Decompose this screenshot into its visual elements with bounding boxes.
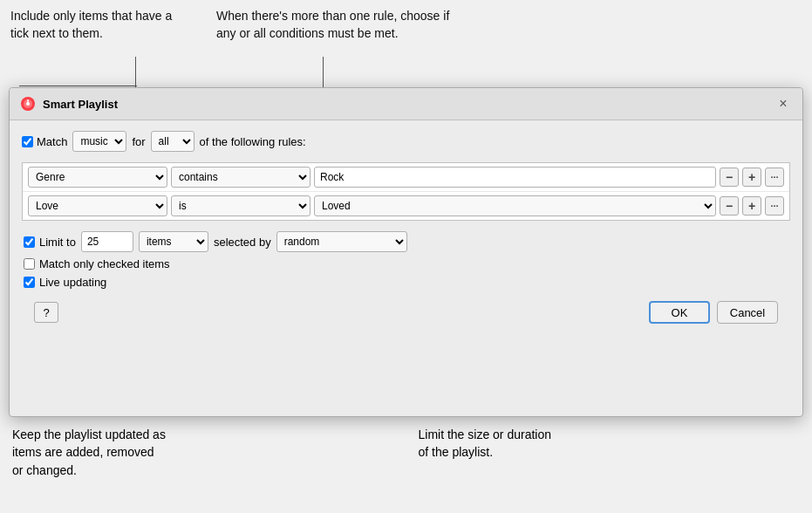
rule-row: Genre Love Artist contains is is not − +… (23, 163, 789, 192)
live-updating-checkbox[interactable] (24, 277, 35, 288)
rule2-more-button[interactable]: ··· (765, 196, 784, 215)
match-checkbox-label[interactable]: Match (22, 135, 67, 148)
rule2-field-select[interactable]: Love Genre Artist (28, 195, 167, 216)
dialog-body: Match music for all any of the following… (10, 120, 802, 341)
help-button[interactable]: ? (34, 302, 58, 323)
rule2-add-button[interactable]: + (742, 196, 761, 215)
dialog-footer: ? OK Cancel (22, 294, 790, 331)
top-left-annotation: Include only items that have a tick next… (10, 7, 185, 43)
match-checkbox[interactable] (22, 136, 33, 147)
rule2-remove-button[interactable]: − (720, 196, 739, 215)
match-checked-row: Match only checked items (24, 257, 788, 270)
for-label: for (132, 135, 145, 148)
live-updating-text: Live updating (39, 276, 106, 289)
smart-playlist-dialog: Smart Playlist × Match music for all any… (9, 87, 803, 417)
match-label: Match (37, 135, 67, 148)
callout-line-top-right (323, 57, 324, 87)
limit-checkbox-label[interactable]: Limit to (24, 236, 76, 249)
dialog-titlebar: Smart Playlist × (10, 88, 802, 120)
match-checked-checkbox[interactable] (24, 258, 35, 270)
ok-button[interactable]: OK (649, 301, 710, 324)
itunes-icon (20, 96, 36, 112)
options-section: Limit to items minutes hours MB GB selec… (22, 231, 790, 289)
bottom-right-annotation: Limit the size or durationof the playlis… (406, 419, 813, 513)
selected-by-select[interactable]: random name most recently played least r… (276, 231, 407, 252)
rule2-value-select[interactable]: Loved Not Loved (314, 195, 716, 216)
match-row: Match music for all any of the following… (22, 131, 790, 152)
callout-hline-top-left (19, 86, 137, 86)
selected-by-label: selected by (214, 236, 271, 249)
rule1-more-button[interactable]: ··· (765, 168, 784, 187)
match-type-select[interactable]: music (72, 131, 126, 152)
live-updating-label[interactable]: Live updating (24, 276, 106, 289)
limit-row: Limit to items minutes hours MB GB selec… (24, 231, 788, 252)
dialog-title: Smart Playlist (43, 98, 774, 111)
bottom-left-annotation: Keep the playlist updated asitems are ad… (0, 419, 406, 513)
limit-value-input[interactable] (81, 231, 133, 252)
match-checked-text: Match only checked items (39, 257, 170, 270)
rule1-remove-button[interactable]: − (720, 168, 739, 187)
cancel-button[interactable]: Cancel (717, 301, 778, 324)
footer-buttons: OK Cancel (649, 301, 778, 324)
top-right-annotation: When there's more than one rule, choose … (216, 7, 795, 43)
rule1-operator-select[interactable]: contains is is not (171, 167, 310, 188)
condition-select[interactable]: all any (151, 131, 194, 152)
rule-row: Love Genre Artist is is not Loved Not Lo… (23, 192, 789, 220)
rule2-operator-select[interactable]: is is not (171, 195, 310, 216)
limit-unit-select[interactable]: items minutes hours MB GB (139, 231, 208, 252)
limit-checkbox[interactable] (24, 236, 35, 248)
live-updating-row: Live updating (24, 276, 788, 289)
rule1-field-select[interactable]: Genre Love Artist (28, 167, 167, 188)
match-checked-label[interactable]: Match only checked items (24, 257, 170, 270)
bottom-annotations: Keep the playlist updated asitems are ad… (0, 419, 812, 513)
close-button[interactable]: × (774, 95, 792, 113)
rules-container: Genre Love Artist contains is is not − +… (22, 162, 790, 221)
following-rules-label: of the following rules: (200, 135, 306, 148)
rule1-value-input[interactable] (314, 167, 716, 188)
limit-label: Limit to (39, 236, 76, 249)
callout-line-top-left (135, 57, 136, 87)
rule1-add-button[interactable]: + (742, 168, 761, 187)
